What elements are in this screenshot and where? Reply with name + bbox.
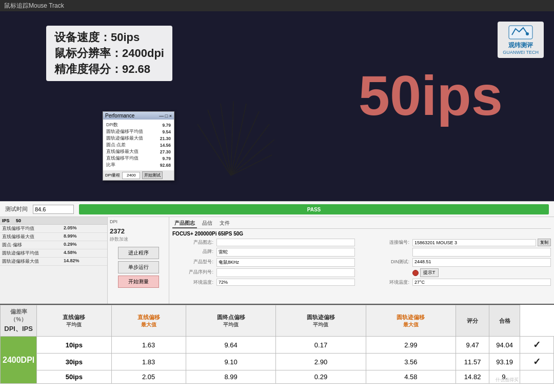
field-label-2b [358,248,409,257]
table-row: 50ips 2.05 8.99 0.29 4.58 14.82 9. 什么值得买 [1,370,554,384]
dialog-footer: DPI量程 开始测试 [103,170,174,180]
th-pass: 合格 [489,305,520,337]
watermark-text: 什么值得买 [496,377,519,383]
middle-content: IPS 50 直线偏移平均值2.05%直线偏移最大值8.99%圆点·偏移0.29… [0,217,554,304]
th-dpi-ips: 偏差率（%） DPI、IPS [1,305,37,337]
big-speed-display: 50ips [359,63,503,128]
field-label-1b: 连接编号: [358,239,409,246]
ips-cell: 50ips [37,370,111,384]
start-btn[interactable]: 开始测试 [142,171,163,179]
performance-dialog: Performance — □ × DPI数9.79圆轨迹偏移平均值9.54圆轨… [103,111,174,181]
static-label: 静数加速 [110,236,167,243]
th-line-max: 直线偏移 最大值 [111,305,186,337]
stats-overlay: 设备速度：50ips 鼠标分辨率：2400dpi 精准度得分：92.68 [46,26,172,81]
th-round-max: 圆轨迹偏移 最大值 [366,305,456,337]
ips-cell: 10ips [37,337,111,354]
field-label-2: 品牌: [172,248,213,257]
left-table-row: 圆轨迹偏移平均值4.58% [0,249,107,258]
svg-point-1 [526,32,529,35]
ips-cell: 30ips [37,354,111,370]
middle-section: 测试时间 PASS IPS 50 直线偏移平均值2.05%直线偏移最大值8.99… [0,201,554,304]
light-indicator [412,270,419,276]
score-label: 精准度得分：92.68 [54,62,164,77]
left-table-row: 直线偏移平均值2.05% [0,225,107,233]
test-time-input[interactable] [33,205,74,214]
green-progress-bar: PASS [79,204,549,214]
field-value-2b [412,248,551,257]
tab-files[interactable]: 文件 [217,219,232,228]
field-value-5b: 27°C [412,279,551,286]
field-label-1: 产品图志: [172,239,213,246]
field-value-4 [216,268,355,277]
product-fields-grid: 产品图志: 连接编号: 15863201 MOUSE 3 复制 品牌: 雷蛇 产… [172,239,551,286]
product-tabs: 产品图志 品信 文件 [172,219,551,229]
top-section: 设备速度：50ips 鼠标分辨率：2400dpi 精准度得分：92.68 50i… [0,11,554,201]
svg-line-9 [208,110,231,175]
field-value-3b: 2448.51 [412,258,551,267]
dialog-title: Performance — □ × [103,112,174,120]
field-label-5b: 环境温度: [358,279,409,286]
dpi-label: 鼠标分辨率：2400dpi [54,46,164,62]
left-table-row: 直线偏移最大值8.99% [0,233,107,241]
bottom-section: 偏差率（%） DPI、IPS 直线偏移 平均值 直线偏移 最大值 圆终点偏移 平… [0,304,554,384]
brand-icon [508,25,533,40]
left-ips-panel: IPS 50 直线偏移平均值2.05%直线偏移最大值8.99%圆点·偏移0.29… [0,217,108,304]
field-label-5: 环境温度: [172,279,213,286]
field-value-5: 72% [216,279,355,286]
field-value-1 [216,239,355,246]
dpi-cell: 2400DPI [1,337,37,384]
field-value-1b: 15863201 MOUSE 3 [412,239,536,246]
field-label-4b [358,268,409,277]
dpi-value: 2372 [110,227,167,235]
field-value-2: 雷蛇 [216,248,355,257]
device-speed: 设备速度：50ips [54,30,164,46]
th-circle-end: 圆终点偏移 平均值 [186,305,275,337]
tab-product-detail[interactable]: 品信 [200,219,214,228]
right-product-panel: 产品图志 品信 文件 FOCUS+ 200000Pi 65IPS 50G 产品图… [169,217,554,304]
fan-lines [180,99,282,183]
test-time-label: 测试时间 [5,205,28,213]
light-control: 提示T [412,268,551,277]
results-table: 偏差率（%） DPI、IPS 直线偏移 平均值 直线偏移 最大值 圆终点偏移 平… [0,305,554,384]
connection-btn[interactable]: 复制 [538,239,551,246]
th-line-avg: 直线偏移 平均值 [37,305,111,337]
center-dpi-panel: DPI 2372 静数加速 进止程序 单步运行 开始测量 [108,217,169,304]
svg-line-8 [221,104,231,175]
stop-program-btn[interactable]: 进止程序 [118,247,159,259]
title-bar: 鼠标追踪Mouse Track [0,0,554,11]
pass-label: PASS [307,206,321,212]
brand-name: 观纬测评 [503,41,539,50]
table-row: 2400DPI 10ips 1.63 9.64 0.17 2.99 9.47 9… [1,337,554,354]
field-value-3: 奄鼠8KHz [216,258,355,267]
th-round-avg: 圆轨迹偏移 平均值 [276,305,366,337]
start-measure-btn[interactable]: 开始测量 [118,276,159,288]
left-table-row: 圆轨迹偏移最大值14.82% [0,258,107,266]
dpi-input[interactable] [122,172,140,179]
title-bar-text: 鼠标追踪Mouse Track [4,2,64,10]
middle-top-bar: 测试时间 PASS [0,202,554,217]
table-row: 30ips 1.83 9.10 2.90 3.56 11.57 93.19 ✓ [1,354,554,370]
left-table-row: 圆点·偏移0.29% [0,241,107,249]
ips-header: IPS 50 [0,217,107,225]
svg-line-10 [197,124,231,175]
dialog-body: DPI数9.79圆轨迹偏移平均值9.54圆轨迹偏移最大值21.30圆点·点差14… [103,120,174,170]
field-label-4: 产品序列号: [172,268,213,277]
tab-product-info[interactable]: 产品图志 [172,219,197,228]
step-run-btn[interactable]: 单步运行 [118,261,159,273]
brand-subtitle: GUANWEI TECH [503,50,539,55]
brand-logo: 观纬测评 GUANWEI TECH [498,22,544,58]
product-title: FOCUS+ 200000Pi 65IPS 50G [172,231,551,237]
svg-line-7 [231,155,272,175]
svg-rect-0 [509,26,532,39]
dpi-section-label: DPI [110,219,167,224]
light-btn[interactable]: 提示T [420,268,439,277]
field-label-3: 产品型号: [172,258,213,267]
field-label-3b: DIN测试: [358,258,409,267]
th-dpi-label: DPI、IPS [3,324,34,334]
th-score: 评分 [456,305,489,337]
